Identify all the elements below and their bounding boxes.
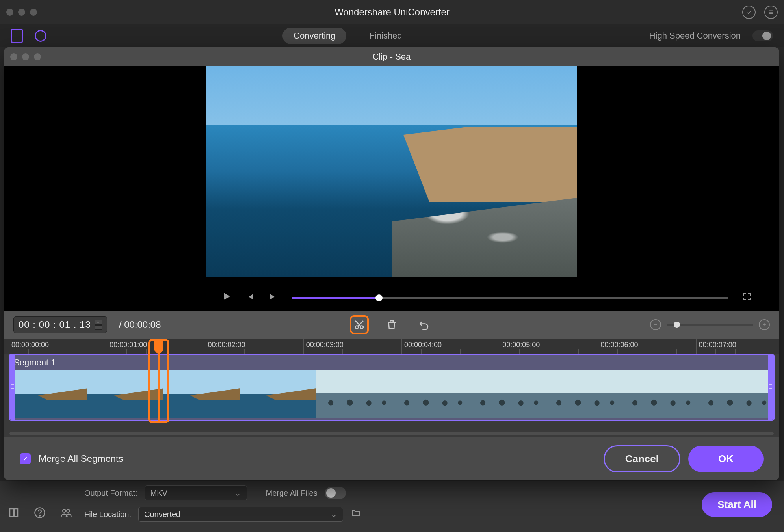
step-up-icon[interactable]: ▴ (95, 320, 102, 325)
ruler-tick: 00:00:00:00 (9, 339, 9, 354)
cancel-button[interactable]: Cancel (604, 445, 680, 472)
merge-segments-label: Merge All Segments (39, 453, 123, 464)
output-format-label: Output Format: (84, 489, 137, 498)
current-time-value: 00 : 00 : 01 . 13 (19, 319, 91, 330)
ruler-tick: 00:00:01:00 (107, 339, 107, 354)
account-icon[interactable] (742, 6, 756, 19)
prev-frame-button[interactable] (246, 292, 255, 304)
time-stepper[interactable]: ▴ ▾ (95, 320, 102, 330)
segment-right-handle[interactable] (768, 355, 773, 420)
next-frame-button[interactable] (269, 292, 277, 304)
fullscreen-button[interactable] (742, 292, 752, 304)
merge-all-files-label: Merge All Files (266, 489, 318, 498)
ruler-tick: 00:00:06:00 (598, 339, 598, 354)
timeline: 00:00:00:0000:00:01:0000:00:02:0000:00:0… (4, 339, 779, 437)
main-traffic-lights[interactable] (6, 9, 37, 16)
segment-1[interactable]: Segment 1 (9, 354, 775, 421)
file-location-dropdown[interactable]: Converted ⌄ (138, 507, 343, 522)
segment-area: Segment 1 (9, 354, 775, 421)
main-title: Wondershare UniConverter (334, 7, 450, 18)
video-frame[interactable] (206, 66, 577, 277)
ruler-tick-label: 00:00:03:00 (306, 341, 344, 349)
merge-all-files-toggle[interactable] (325, 487, 346, 499)
main-bottom-bar: Output Format: MKV ⌄ Merge All Files Fil… (0, 481, 784, 532)
output-format-dropdown[interactable]: MKV ⌄ (145, 485, 247, 500)
book-icon[interactable] (8, 507, 20, 521)
zoom-knob[interactable] (674, 322, 680, 328)
maximize-window-icon[interactable] (34, 53, 41, 60)
maximize-window-icon[interactable] (30, 9, 37, 16)
cut-button[interactable] (350, 315, 369, 334)
svg-point-6 (67, 509, 70, 512)
time-input[interactable]: 00 : 00 : 01 . 13 ▴ ▾ (13, 316, 107, 333)
video-preview (4, 66, 779, 311)
ok-button[interactable]: OK (688, 446, 764, 472)
timeline-scrollbar[interactable] (9, 432, 774, 435)
play-button[interactable] (221, 291, 232, 304)
highspeed-label: High Speed Conversion (649, 31, 741, 41)
chevron-down-icon: ⌄ (331, 510, 337, 519)
merge-segments-checkbox[interactable]: ✓ (20, 453, 31, 464)
menu-icon[interactable] (764, 6, 778, 19)
ruler-tick: 00:00:07:00 (696, 339, 697, 354)
zoom-in-button[interactable]: + (759, 319, 770, 330)
close-window-icon[interactable] (10, 53, 17, 60)
ruler-tick: 00:00:03:00 (303, 339, 304, 354)
segment-left-handle[interactable] (10, 355, 15, 420)
ruler-tick-label: 00:00:05:00 (502, 341, 540, 349)
highspeed-toggle[interactable] (752, 30, 773, 41)
file-location-value: Converted (144, 510, 180, 519)
refresh-icon[interactable] (35, 30, 46, 42)
ruler-tick: 00:00:02:00 (205, 339, 205, 354)
add-file-icon[interactable] (11, 29, 23, 43)
segment-thumbnails (11, 370, 772, 418)
output-format-value: MKV (150, 489, 167, 498)
minimize-window-icon[interactable] (22, 53, 29, 60)
zoom-slider[interactable] (667, 324, 753, 326)
clip-title: Clip - Sea (373, 52, 411, 62)
tab-converting[interactable]: Converting (282, 28, 346, 44)
step-down-icon[interactable]: ▾ (95, 325, 102, 330)
start-all-button[interactable]: Start All (702, 492, 772, 517)
undo-button[interactable] (414, 315, 433, 334)
chevron-down-icon: ⌄ (234, 488, 241, 498)
progress-bar[interactable] (292, 297, 728, 299)
main-tabs: Converting Finished High Speed Conversio… (0, 24, 784, 47)
help-icon[interactable] (34, 507, 46, 521)
segment-label: Segment 1 (14, 357, 56, 368)
close-window-icon[interactable] (6, 9, 13, 16)
ruler-tick-label: 00:00:00:00 (11, 341, 49, 349)
file-location-label: File Location: (84, 510, 131, 519)
tab-finished[interactable]: Finished (358, 28, 413, 44)
main-titlebar: Wondershare UniConverter (0, 0, 784, 24)
ruler-tick-label: 00:00:07:00 (699, 341, 736, 349)
timeline-ruler[interactable]: 00:00:00:0000:00:01:0000:00:02:0000:00:0… (4, 339, 779, 354)
svg-point-5 (63, 509, 66, 512)
zoom-out-button[interactable]: − (650, 319, 661, 330)
delete-button[interactable] (382, 315, 401, 334)
clip-titlebar: Clip - Sea (4, 47, 779, 66)
ruler-tick: 00:00:04:00 (401, 339, 402, 354)
clip-window: Clip - Sea 00 : 00 : (4, 47, 779, 480)
ruler-tick-label: 00:00:06:00 (600, 341, 638, 349)
people-icon[interactable] (60, 507, 72, 521)
ruler-tick: 00:00:05:00 (500, 339, 500, 354)
minimize-window-icon[interactable] (18, 9, 25, 16)
clip-traffic-lights[interactable] (10, 53, 41, 60)
open-folder-icon[interactable] (350, 508, 361, 520)
ruler-tick-label: 00:00:02:00 (208, 341, 245, 349)
playback-controls (4, 291, 779, 304)
progress-knob[interactable] (375, 294, 383, 301)
clip-footer: ✓ Merge All Segments Cancel OK (4, 437, 779, 480)
svg-point-4 (39, 515, 40, 516)
ruler-tick-label: 00:00:04:00 (404, 341, 442, 349)
clip-toolbar: 00 : 00 : 01 . 13 ▴ ▾ / 00:00:08 − + (4, 311, 779, 339)
ruler-tick-label: 00:00:01:00 (110, 341, 147, 349)
total-time: / 00:00:08 (119, 319, 161, 330)
